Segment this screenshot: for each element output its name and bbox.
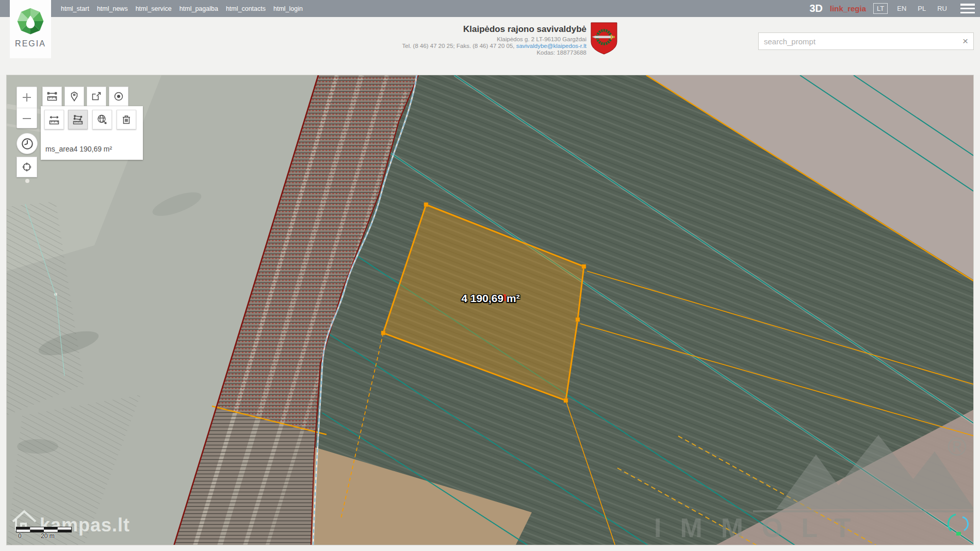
municipality-email-link[interactable]: savivaldybe@klaipedos-r.lt <box>516 43 586 49</box>
search-clear-icon[interactable]: × <box>957 36 973 47</box>
area-polygon-icon <box>72 113 84 126</box>
nav-item-contacts[interactable]: html_contacts <box>226 5 266 12</box>
clock-icon <box>21 137 34 151</box>
nav-links: html_start html_news html_service html_p… <box>61 0 303 17</box>
scale-start-label: 0 <box>18 532 22 540</box>
nav-item-login[interactable]: html_login <box>273 5 303 12</box>
regia-logo[interactable]: REGIA <box>10 0 51 58</box>
search-box: × <box>758 32 974 50</box>
trash-icon <box>120 113 133 126</box>
immo-watermark-text: IMMOLT <box>654 512 974 543</box>
marker-tool-button[interactable] <box>64 87 84 106</box>
hamburger-menu-icon[interactable] <box>960 4 975 13</box>
municipality-address: Klaipėdos g. 2 LT-96130 Gargždai <box>309 36 586 43</box>
nav-right-controls: 3D link_regia LT EN PL RU <box>809 0 975 17</box>
regia-map-app: html_start html_news html_service html_p… <box>0 0 980 551</box>
regia-gem-icon <box>15 6 45 36</box>
area-measurement-label: 4 190,69 m² <box>461 292 519 305</box>
delete-measure-button[interactable] <box>117 110 136 129</box>
ruler-icon <box>46 90 58 103</box>
municipality-info: Klaipėdos rajono savivaldybė Klaipėdos g… <box>309 24 586 56</box>
scale-distance-label: 20 m <box>41 532 55 540</box>
scale-bar <box>16 527 72 532</box>
nav-item-service[interactable]: html_service <box>136 5 172 12</box>
map-pin-icon <box>68 90 80 103</box>
municipality-code: Kodas: 188773688 <box>309 49 586 56</box>
zoom-control <box>17 87 37 128</box>
record-tool-button[interactable] <box>109 87 128 106</box>
municipality-title: Klaipėdos rajono savivaldybė <box>309 24 586 35</box>
map-canvas[interactable] <box>7 75 974 545</box>
minus-icon <box>21 113 32 124</box>
plus-icon <box>21 92 32 103</box>
measure-tool-button[interactable] <box>42 87 62 106</box>
regia-logo-text: REGIA <box>10 39 51 48</box>
lang-lt[interactable]: LT <box>873 3 888 14</box>
municipality-emblem <box>590 22 618 56</box>
registered-trademark-symbol: ® <box>948 432 967 462</box>
measure-distance-button[interactable] <box>44 110 64 129</box>
measurement-result-label: ms_area4 190,69 m² <box>45 145 112 153</box>
municipality-contacts: Tel. (8 46) 47 20 25; Faks. (8 46) 47 20… <box>309 43 586 49</box>
share-export-icon <box>90 90 103 103</box>
distance-ruler-icon <box>48 113 60 126</box>
page-header: Klaipėdos rajono savivaldybė Klaipėdos g… <box>0 17 980 75</box>
nav-item-start[interactable]: html_start <box>61 5 89 12</box>
globe-select-icon <box>96 113 108 126</box>
lang-pl[interactable]: PL <box>916 4 928 13</box>
regia-portal-link[interactable]: link_regia <box>830 4 866 13</box>
export-tool-button[interactable] <box>87 87 106 106</box>
time-slider-button[interactable] <box>17 133 38 154</box>
locate-button[interactable] <box>17 157 37 177</box>
municipality-phones: Tel. (8 46) 47 20 25; Faks. (8 46) 47 20… <box>402 43 516 49</box>
lang-en[interactable]: EN <box>895 4 908 13</box>
nav-item-pagalba[interactable]: html_pagalba <box>179 5 218 12</box>
search-input[interactable] <box>759 37 957 46</box>
zoom-out-button[interactable] <box>17 108 37 129</box>
zoom-in-button[interactable] <box>17 87 37 108</box>
record-dot-icon <box>112 90 125 103</box>
lang-ru[interactable]: RU <box>935 4 949 13</box>
nav-item-news[interactable]: html_news <box>97 5 128 12</box>
measure-area-button[interactable] <box>68 110 88 129</box>
top-navbar: html_start html_news html_service html_p… <box>0 0 980 17</box>
map-viewport: 4 190,69 m² <box>6 75 974 545</box>
crosshair-icon <box>21 161 33 173</box>
view-3d-button[interactable]: 3D <box>809 3 823 14</box>
measure-geodesic-button[interactable] <box>92 110 112 129</box>
